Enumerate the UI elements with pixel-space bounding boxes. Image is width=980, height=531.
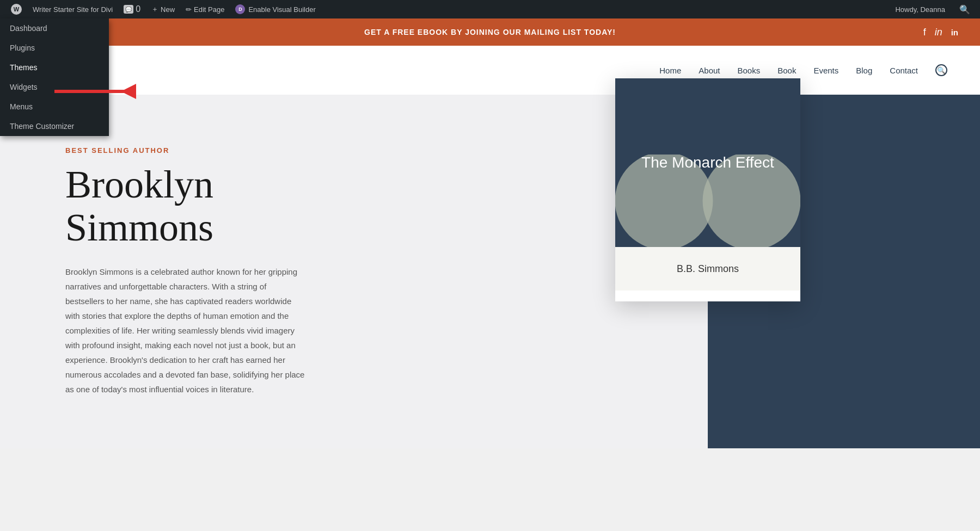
book-cover: The Monarch Effect B.B. Simmons: [615, 78, 800, 301]
nav-item-home[interactable]: Home: [659, 66, 681, 75]
admin-bar-right: Howdy, Deanna 🔍: [890, 4, 975, 15]
divi-icon: D: [235, 4, 245, 14]
banner-text: GET A FREE EBOOK BY JOINING OUR MAILING …: [364, 28, 616, 36]
hero-section: BEST SELLING AUTHOR BrooklynSimmons Broo…: [0, 95, 980, 448]
menu-item-themes[interactable]: Themes: [0, 58, 109, 77]
hero-right: The Monarch Effect B.B. Simmons: [708, 95, 980, 448]
instagram-icon[interactable]: in: [935, 27, 942, 38]
visual-builder-label: Enable Visual Builder: [248, 5, 315, 14]
menu-item-widgets[interactable]: Widgets: [0, 77, 109, 97]
menu-item-menus[interactable]: Menus: [0, 97, 109, 116]
book-title: The Monarch Effect: [630, 141, 785, 184]
pencil-icon: ✏: [186, 5, 192, 14]
admin-bar: W Writer Starter Site for Divi 💬 0 ＋ New…: [0, 0, 980, 18]
site-navigation: Home About Books Book Events Blog Contac…: [659, 64, 947, 76]
nav-item-contact[interactable]: Contact: [890, 66, 918, 75]
menu-item-dashboard[interactable]: Dashboard: [0, 18, 109, 38]
nav-search-icon[interactable]: 🔍: [935, 64, 947, 76]
hero-subtitle: BEST SELLING AUTHOR: [65, 146, 664, 155]
admin-search-icon[interactable]: 🔍: [955, 4, 975, 15]
nav-item-books[interactable]: Books: [738, 66, 761, 75]
social-icons: f in in: [923, 27, 958, 38]
nav-item-blog[interactable]: Blog: [856, 66, 872, 75]
edit-page-label: Edit Page: [194, 5, 224, 14]
edit-page-item[interactable]: ✏ Edit Page: [180, 5, 230, 14]
new-item[interactable]: ＋ New: [146, 4, 180, 14]
dropdown-menu: Dashboard Plugins Themes Widgets Menus T…: [0, 18, 109, 136]
book-cover-bottom: B.B. Simmons: [615, 247, 800, 291]
nav-item-events[interactable]: Events: [813, 66, 838, 75]
hero-description: Brooklyn Simmons is a celebrated author …: [65, 264, 305, 397]
book-author: B.B. Simmons: [677, 263, 739, 275]
visual-builder-item[interactable]: D Enable Visual Builder: [230, 4, 321, 14]
menu-item-theme-customizer[interactable]: Theme Customizer: [0, 116, 109, 136]
comments-item[interactable]: 💬 0: [118, 4, 146, 14]
book-cover-image: The Monarch Effect: [615, 78, 800, 247]
hero-title: BrooklynSimmons: [65, 163, 664, 249]
top-banner: GET A FREE EBOOK BY JOINING OUR MAILING …: [0, 18, 980, 46]
howdy-text: Howdy, Deanna: [890, 5, 951, 14]
new-label: New: [161, 5, 175, 14]
menu-item-plugins[interactable]: Plugins: [0, 38, 109, 58]
nav-item-about[interactable]: About: [699, 66, 720, 75]
nav-item-book[interactable]: Book: [777, 66, 796, 75]
linkedin-icon[interactable]: in: [951, 28, 958, 37]
wp-logo-item[interactable]: W: [5, 0, 27, 18]
plus-icon: ＋: [151, 4, 158, 14]
hero-left: BEST SELLING AUTHOR BrooklynSimmons Broo…: [0, 95, 708, 448]
facebook-icon[interactable]: f: [923, 27, 926, 38]
comment-bubble-icon: 💬: [124, 5, 133, 14]
comments-count: 0: [136, 4, 140, 14]
wordpress-icon: W: [11, 4, 22, 15]
site-header: D Home About Books Book Events Blog Cont…: [0, 46, 980, 95]
site-name: Writer Starter Site for Divi: [33, 5, 113, 14]
site-name-item[interactable]: Writer Starter Site for Divi: [27, 0, 118, 18]
